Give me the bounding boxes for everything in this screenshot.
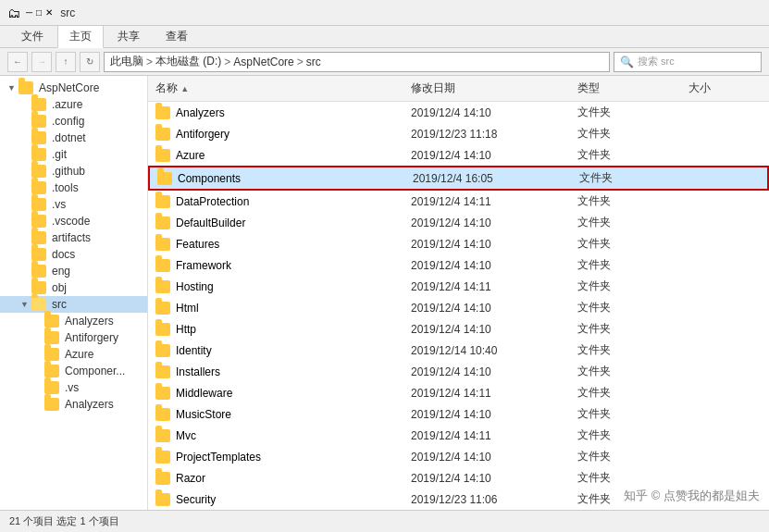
sidebar-item-docs[interactable]: docs — [0, 246, 147, 263]
address-path[interactable]: 此电脑 > 本地磁盘 (D:) > AspNetCore > src — [104, 52, 610, 72]
file-name: Security — [176, 493, 216, 506]
file-name-cell: Antiforgery — [148, 127, 407, 142]
file-date: 2019/12/14 10:40 — [407, 343, 574, 358]
table-row[interactable]: DataProtection 2019/12/4 14:11 文件夹 — [148, 191, 769, 212]
table-row[interactable]: Analyzers 2019/12/4 14:10 文件夹 — [148, 102, 769, 123]
file-date: 2019/12/4 14:10 — [407, 148, 574, 163]
folder-icon — [44, 331, 59, 344]
file-name: Azure — [176, 149, 205, 162]
file-name-cell: Razor — [148, 471, 407, 486]
file-date: 2019/12/4 14:10 — [407, 471, 574, 486]
title-bar-maximize[interactable]: □ — [36, 7, 42, 18]
col-header-type[interactable]: 类型 — [574, 79, 685, 98]
table-row[interactable]: Framework 2019/12/4 14:10 文件夹 — [148, 254, 769, 276]
file-size — [685, 414, 759, 415]
sidebar-item-git[interactable]: .git — [0, 146, 147, 163]
column-headers: 名称 ▲ 修改日期 类型 大小 — [148, 76, 769, 102]
forward-button[interactable]: → — [31, 52, 52, 72]
file-size — [685, 286, 759, 288]
folder-icon — [31, 131, 46, 144]
sidebar-label: .vs — [52, 198, 66, 211]
col-header-name[interactable]: 名称 ▲ — [148, 79, 407, 98]
folder-icon — [44, 381, 59, 394]
folder-icon — [31, 115, 46, 128]
sidebar-item-obj[interactable]: obj — [0, 279, 147, 296]
sidebar-item-analyzers2[interactable]: Analyzers — [0, 396, 147, 413]
col-header-date[interactable]: 修改日期 — [407, 79, 574, 98]
file-name-cell: Installers — [148, 365, 407, 379]
table-row[interactable]: Antiforgery 2019/12/23 11:18 文件夹 — [148, 123, 769, 144]
file-folder-icon — [155, 429, 170, 442]
main-area: ▼ AspNetCore .azure .config .dotnet .git — [0, 76, 769, 510]
tab-home[interactable]: 主页 — [57, 25, 104, 48]
sidebar-item-dotnet[interactable]: .dotnet — [0, 130, 147, 146]
sidebar-item-components[interactable]: Componer... — [0, 363, 147, 379]
up-button[interactable]: ↑ — [56, 52, 76, 72]
folder-icon — [31, 215, 46, 228]
table-row[interactable]: Middleware 2019/12/4 14:11 文件夹 — [148, 382, 769, 403]
file-name-cell: Azure — [148, 148, 407, 163]
sidebar-item-analyzers[interactable]: Analyzers — [0, 313, 147, 329]
table-row[interactable]: Http 2019/12/4 14:10 文件夹 — [148, 318, 769, 340]
sidebar-item-config[interactable]: .config — [0, 113, 147, 130]
file-name: Antiforgery — [176, 128, 229, 141]
expand-icon: ▼ — [20, 300, 31, 309]
file-type: 文件夹 — [574, 125, 685, 142]
sidebar-item-src[interactable]: ▼ src — [0, 296, 147, 313]
table-row[interactable]: ProjectTemplates 2019/12/4 14:10 文件夹 — [148, 446, 769, 467]
search-placeholder: 搜索 src — [638, 55, 675, 68]
table-row[interactable]: Identity 2019/12/14 10:40 文件夹 — [148, 340, 769, 361]
search-box[interactable]: 🔍 搜索 src — [614, 52, 762, 72]
table-row[interactable]: Html 2019/12/4 14:10 文件夹 — [148, 297, 769, 318]
file-name-cell: Components — [150, 171, 409, 186]
file-date: 2019/12/23 11:06 — [407, 492, 574, 507]
sidebar-item-aspnetcore[interactable]: ▼ AspNetCore — [0, 80, 147, 96]
file-name-cell: Html — [148, 301, 407, 315]
table-row[interactable]: Installers 2019/12/4 14:10 文件夹 — [148, 361, 769, 382]
back-button[interactable]: ← — [7, 52, 28, 72]
title-bar: 🗂 ─ □ ✕ src — [0, 0, 769, 26]
file-name-cell: Mvc — [148, 428, 407, 443]
file-type: 文件夹 — [574, 427, 685, 444]
refresh-button[interactable]: ↻ — [80, 52, 100, 72]
sidebar-item-github[interactable]: .github — [0, 163, 147, 179]
sidebar-item-vs[interactable]: .vs — [0, 196, 147, 213]
sidebar-item-artifacts[interactable]: artifacts — [0, 229, 147, 246]
table-row[interactable]: DefaultBuilder 2019/12/4 14:10 文件夹 — [148, 212, 769, 233]
sidebar-item-azure[interactable]: .azure — [0, 96, 147, 113]
sidebar-item-antiforgery[interactable]: Antiforgery — [0, 329, 147, 346]
sidebar-label: artifacts — [52, 231, 91, 244]
table-row[interactable]: Azure 2019/12/4 14:10 文件夹 — [148, 144, 769, 166]
tab-file[interactable]: 文件 — [9, 25, 56, 47]
file-folder-icon — [155, 408, 170, 421]
sidebar-item-vs2[interactable]: .vs — [0, 379, 147, 396]
file-date: 2019/12/4 14:10 — [407, 322, 574, 337]
table-row[interactable]: Razor 2019/12/4 14:10 文件夹 — [148, 467, 769, 489]
title-bar-minimize[interactable]: ─ — [26, 7, 32, 18]
tab-share[interactable]: 共享 — [105, 25, 152, 47]
table-row[interactable]: Mvc 2019/12/4 14:11 文件夹 — [148, 425, 769, 446]
file-name: DefaultBuilder — [176, 217, 245, 229]
sidebar-item-vscode[interactable]: .vscode — [0, 213, 147, 229]
file-size — [685, 456, 759, 458]
file-name-cell: Hosting — [148, 279, 407, 294]
sidebar-item-azure2[interactable]: Azure — [0, 346, 147, 363]
sidebar-label: obj — [52, 281, 67, 294]
file-type: 文件夹 — [574, 299, 685, 316]
col-header-size[interactable]: 大小 — [685, 79, 759, 98]
file-size — [685, 133, 759, 135]
table-row[interactable]: Hosting 2019/12/4 14:11 文件夹 — [148, 276, 769, 297]
sidebar-item-tools[interactable]: .tools — [0, 179, 147, 196]
sidebar-item-eng[interactable]: eng — [0, 263, 147, 279]
table-row[interactable]: Security 2019/12/23 11:06 文件夹 — [148, 489, 769, 510]
table-row[interactable]: Components 2019/12/4 16:05 文件夹 — [148, 166, 769, 191]
table-row[interactable]: Features 2019/12/4 14:10 文件夹 — [148, 233, 769, 254]
sidebar-label: .vs — [65, 381, 79, 394]
search-icon: 🔍 — [620, 56, 634, 68]
title-bar-close[interactable]: ✕ — [45, 7, 53, 18]
table-row[interactable]: MusicStore 2019/12/4 14:10 文件夹 — [148, 403, 769, 425]
tab-view[interactable]: 查看 — [154, 25, 200, 47]
folder-icon — [44, 315, 59, 328]
path-part-pc: 此电脑 — [110, 54, 143, 69]
file-name-cell: Identity — [148, 343, 407, 358]
